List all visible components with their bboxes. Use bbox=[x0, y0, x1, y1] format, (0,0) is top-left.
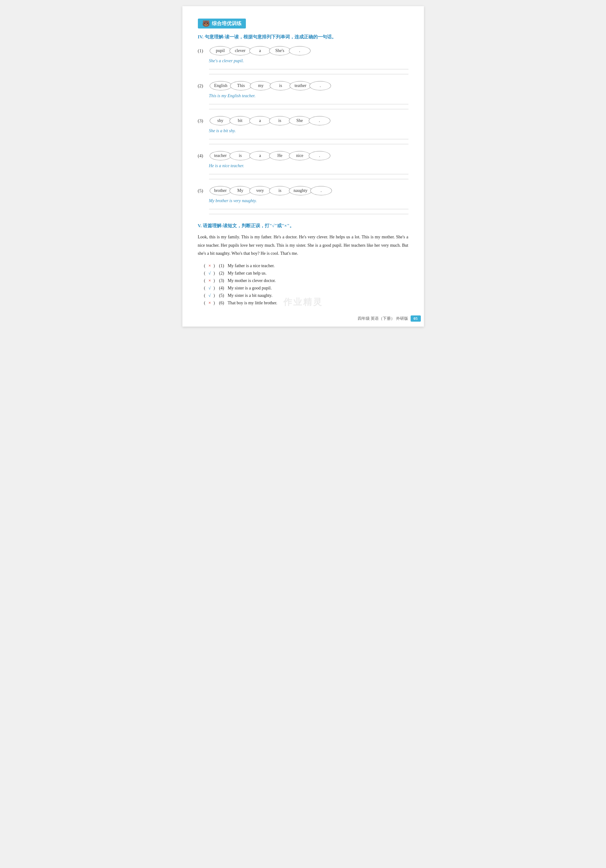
bracket-open-2: ( bbox=[204, 271, 206, 276]
item-3-words: shy bit a is She . bbox=[210, 116, 330, 126]
word-my-5: My bbox=[230, 186, 251, 195]
bracket-open-1: ( bbox=[204, 264, 206, 268]
word-this: This bbox=[230, 81, 252, 90]
check-item-6: ( × ) (6) That boy is my little brother. bbox=[204, 301, 409, 305]
check-item-2: ( √ ) (2) My father can help us. bbox=[204, 271, 409, 276]
word-is-5: is bbox=[269, 186, 291, 195]
item-1-num: (1) bbox=[198, 48, 210, 54]
word-item-4: (4) teacher is a He nice . bbox=[198, 151, 409, 160]
word-is-2: is bbox=[270, 81, 291, 90]
word-pupil: pupil bbox=[210, 46, 231, 56]
check-item-1-label: My father is a nice teacher. bbox=[228, 264, 275, 268]
answer-4-lines bbox=[209, 169, 409, 179]
answer-3-text: She is a bit shy. bbox=[209, 129, 236, 133]
check-text-5 bbox=[225, 293, 227, 298]
check-mark-1: × bbox=[207, 264, 212, 268]
check-item-4: ( √ ) (4) My sister is a good pupil. bbox=[204, 286, 409, 291]
line bbox=[209, 99, 409, 104]
page: 🐻 综合培优训练 IV. 句意理解:读一读，根据句意排列下列单词，连成正确的一句… bbox=[182, 6, 424, 327]
check-text-3 bbox=[225, 278, 227, 283]
bracket-close-3: ) bbox=[213, 278, 215, 283]
check-item-1: ( × ) (1) My father is a nice teacher. bbox=[204, 264, 409, 268]
check-num-1: (1) bbox=[219, 264, 224, 268]
page-num-box: 05 bbox=[410, 315, 421, 322]
check-mark-5: √ bbox=[207, 293, 212, 298]
answer-5-lines bbox=[209, 204, 409, 214]
answer-2-lines bbox=[209, 99, 409, 109]
passage-text: Look, this is my family. This is my fath… bbox=[198, 233, 409, 258]
check-item-5-label: My sister is a bit naughty. bbox=[228, 293, 272, 298]
answer-4-text: He is a nice teacher. bbox=[209, 163, 244, 168]
item-1-words: pupil clever a She's . bbox=[210, 46, 311, 56]
check-num-2: (2) bbox=[219, 271, 224, 276]
check-items-list: ( × ) (1) My father is a nice teacher. (… bbox=[198, 264, 409, 305]
word-item-2: (2) English This my is teather . bbox=[198, 81, 409, 90]
answer-2-text: This is my English teacher. bbox=[209, 93, 256, 98]
word-brother: brother bbox=[210, 186, 231, 195]
item-3-num: (3) bbox=[198, 118, 210, 124]
word-bit: bit bbox=[230, 116, 251, 126]
check-mark-3: × bbox=[207, 278, 212, 283]
check-num-4: (4) bbox=[219, 286, 224, 291]
check-text-1 bbox=[225, 264, 227, 268]
check-item-4-label: My sister is a good pupil. bbox=[228, 286, 272, 291]
word-items-container: (1) pupil clever a She's . She's a cleve… bbox=[198, 46, 409, 214]
line bbox=[209, 134, 409, 139]
word-item-1: (1) pupil clever a She's . bbox=[198, 46, 409, 56]
line bbox=[209, 64, 409, 69]
word-my-2: my bbox=[250, 81, 272, 90]
section-v-title: V. 语篇理解:读短文，判断正误，打"√"或"×"。 bbox=[198, 223, 409, 229]
check-item-4-text bbox=[217, 286, 218, 291]
section-header-label: 综合培优训练 bbox=[212, 20, 242, 27]
check-item-3-label: My mother is clever doctor. bbox=[228, 278, 276, 283]
word-teather: teather bbox=[289, 81, 311, 90]
bracket-close-4: ) bbox=[213, 286, 215, 291]
line bbox=[209, 139, 409, 144]
item-4-words: teacher is a He nice . bbox=[210, 151, 330, 160]
check-mark-2: √ bbox=[207, 271, 212, 276]
check-num-5: (5) bbox=[219, 293, 224, 298]
word-dot-3: . bbox=[309, 116, 330, 126]
word-she: She bbox=[289, 116, 311, 126]
bear-icon: 🐻 bbox=[202, 20, 210, 27]
answer-1-lines bbox=[209, 64, 409, 74]
line bbox=[209, 169, 409, 174]
bracket-open-6: ( bbox=[204, 301, 206, 305]
check-mark-6: × bbox=[207, 301, 212, 305]
word-a-4: a bbox=[249, 151, 271, 160]
answer-1-text: She's a clever pupil. bbox=[209, 59, 244, 64]
section-header: 🐻 综合培优训练 bbox=[198, 19, 409, 28]
bracket-open-5: ( bbox=[204, 293, 206, 298]
word-naughty: naughty bbox=[289, 186, 312, 195]
section-header-box: 🐻 综合培优训练 bbox=[198, 19, 246, 28]
line bbox=[209, 174, 409, 179]
answer-3-block: She is a bit shy. bbox=[209, 128, 409, 144]
word-dot-1: . bbox=[289, 46, 311, 56]
word-english: English bbox=[210, 81, 232, 90]
item-2-words: English This my is teather . bbox=[210, 81, 331, 90]
check-num-6: (6) bbox=[219, 301, 224, 305]
check-item-5: ( √ ) (5) My sister is a bit naughty. bbox=[204, 293, 409, 298]
check-text-6 bbox=[225, 301, 227, 305]
word-dot-4: . bbox=[309, 151, 330, 160]
line bbox=[209, 104, 409, 109]
line bbox=[209, 69, 409, 74]
check-item-2-text bbox=[217, 271, 218, 276]
page-footer: 四年级 英语（下册） 外研版 05 bbox=[182, 315, 424, 322]
answer-5-text: My brother is very naughty. bbox=[209, 198, 257, 203]
line bbox=[209, 209, 409, 214]
answer-1-block: She's a clever pupil. bbox=[209, 58, 409, 74]
word-nice: nice bbox=[289, 151, 311, 160]
bracket-close-2: ) bbox=[213, 271, 215, 276]
word-item-5: (5) brother My very is naughty . bbox=[198, 186, 409, 195]
answer-2-block: This is my English teacher. bbox=[209, 93, 409, 109]
bracket-open-3: ( bbox=[204, 278, 206, 283]
word-dot-2: . bbox=[309, 81, 331, 90]
answer-3-lines bbox=[209, 134, 409, 144]
item-5-num: (5) bbox=[198, 188, 210, 194]
answer-5-block: My brother is very naughty. bbox=[209, 198, 409, 214]
word-a-3: a bbox=[249, 116, 271, 126]
word-is-4: is bbox=[230, 151, 251, 160]
check-item-5-text bbox=[217, 293, 218, 298]
footer-text: 四年级 英语（下册） 外研版 bbox=[357, 316, 408, 321]
